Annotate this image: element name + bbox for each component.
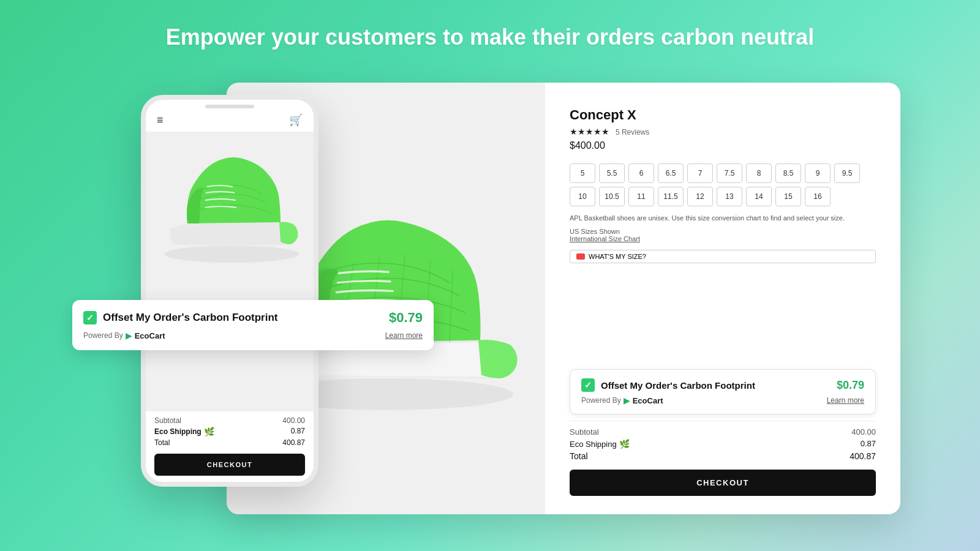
shoe-svg-mobile: [146, 132, 314, 266]
size-7[interactable]: 7: [687, 163, 713, 183]
product-name: Concept X: [570, 107, 876, 123]
subtotal-label-desktop: Subtotal: [570, 427, 599, 437]
checkout-button-desktop[interactable]: CHECKOUT: [570, 470, 876, 496]
ruler-icon: [576, 253, 585, 260]
whats-my-size-label: WHAT'S MY SIZE?: [589, 253, 646, 260]
ecocart-price-desktop: $0.79: [837, 379, 864, 392]
phone-eco-label: Eco Shipping 🌿: [154, 427, 214, 437]
size-14[interactable]: 14: [746, 187, 772, 206]
mobile-phone: ≡ 🛒 Subtotal 400.: [141, 95, 318, 487]
size-10[interactable]: 10: [570, 187, 595, 206]
size-16[interactable]: 16: [805, 187, 831, 206]
hamburger-icon[interactable]: ≡: [157, 114, 164, 127]
size-13[interactable]: 13: [717, 187, 742, 206]
ecocart-arrow-icon-desktop: ▶: [624, 395, 630, 405]
phone-total-row: Total 400.87: [154, 438, 305, 447]
page-wrapper: Empower your customers to make their ord…: [0, 0, 980, 551]
total-row-desktop: Total 400.87: [570, 451, 876, 461]
phone-subtotal-label: Subtotal: [154, 416, 181, 425]
desktop-product-area: Concept X ★★★★★ 5 Reviews $400.00 5 5.5 …: [545, 83, 900, 514]
size-9.5[interactable]: 9.5: [834, 163, 860, 183]
size-6[interactable]: 6: [628, 163, 654, 183]
review-count: 5 Reviews: [616, 128, 649, 137]
checkout-button-mobile[interactable]: CHECKOUT: [154, 454, 305, 476]
size-8[interactable]: 8: [746, 163, 772, 183]
ecocart-title-mobile: Offset My Order's Carbon Footprint: [103, 312, 278, 324]
ecocart-widget-desktop: Offset My Order's Carbon Footprint $0.79…: [570, 369, 876, 414]
phone-subtotal-value: 400.00: [282, 416, 305, 425]
us-sizes-shown: US Sizes Shown: [570, 228, 876, 235]
whats-my-size-btn[interactable]: WHAT'S MY SIZE?: [570, 250, 876, 263]
leaf-icon-desktop: 🌿: [619, 439, 630, 449]
total-label-desktop: Total: [570, 451, 588, 461]
phone-eco-row: Eco Shipping 🌿 0.87: [154, 427, 305, 437]
cart-icon[interactable]: 🛒: [289, 113, 303, 127]
size-7.5[interactable]: 7.5: [717, 163, 742, 183]
ecocart-arrow-icon-mobile: ▶: [126, 331, 132, 340]
ecocart-price-mobile: $0.79: [389, 310, 423, 326]
total-value-desktop: 400.87: [850, 451, 876, 461]
size-5[interactable]: 5: [570, 163, 595, 183]
powered-by-label-desktop: Powered By: [581, 396, 621, 405]
size-note: APL Basketball shoes are unisex. Use thi…: [570, 214, 876, 223]
phone-total-value: 400.87: [282, 438, 305, 447]
intl-size-chart[interactable]: International Size Chart: [570, 235, 876, 242]
size-grid: 5 5.5 6 6.5 7 7.5 8 8.5 9 9.5 10 10.5 11…: [570, 163, 876, 206]
phone-header: ≡ 🛒: [146, 108, 314, 132]
phone-leaf-icon: 🌿: [204, 427, 214, 437]
size-6.5[interactable]: 6.5: [658, 163, 684, 183]
learn-more-desktop[interactable]: Learn more: [827, 396, 864, 405]
size-10.5[interactable]: 10.5: [599, 187, 625, 206]
phone-total-label: Total: [154, 438, 170, 447]
subtotal-value-desktop: 400.00: [851, 427, 876, 437]
ecocart-widget-mobile: Offset My Order's Carbon Footprint $0.79…: [72, 300, 434, 350]
size-15[interactable]: 15: [775, 187, 801, 206]
size-11.5[interactable]: 11.5: [658, 187, 684, 206]
phone-eco-value: 0.87: [291, 427, 305, 437]
ecocart-checkbox-desktop[interactable]: [581, 378, 595, 392]
ecocart-brand-mobile: EcoCart: [135, 331, 165, 340]
phone-order-area: Subtotal 400.00 Eco Shipping 🌿 0.87 Tota…: [146, 411, 314, 482]
size-8.5[interactable]: 8.5: [775, 163, 801, 183]
eco-value-desktop: 0.87: [861, 439, 876, 449]
svg-point-7: [164, 246, 299, 263]
size-11[interactable]: 11: [628, 187, 654, 206]
product-price: $400.00: [570, 140, 876, 151]
learn-more-mobile[interactable]: Learn more: [385, 331, 423, 340]
size-5.5[interactable]: 5.5: [599, 163, 625, 183]
size-12[interactable]: 12: [687, 187, 713, 206]
desktop-card: Concept X ★★★★★ 5 Reviews $400.00 5 5.5 …: [227, 83, 900, 514]
subtotal-row-desktop: Subtotal 400.00: [570, 427, 876, 437]
powered-by-label-mobile: Powered By: [83, 331, 123, 340]
headline: Empower your customers to make their ord…: [166, 24, 814, 50]
order-summary-desktop: Subtotal 400.00 Eco Shipping 🌿 0.87 Tota…: [570, 421, 876, 496]
size-9[interactable]: 9: [805, 163, 831, 183]
phone-shoe-area: [146, 132, 314, 411]
eco-label-desktop: Eco Shipping 🌿: [570, 439, 630, 449]
size-links: US Sizes Shown International Size Chart: [570, 228, 876, 242]
ecocart-brand-desktop: EcoCart: [633, 396, 663, 405]
powered-by-mobile: Powered By ▶ EcoCart: [83, 331, 165, 340]
powered-by-desktop: Powered By ▶ EcoCart: [581, 395, 663, 405]
ecocart-checkbox-mobile[interactable]: [83, 311, 97, 324]
ecocart-title-desktop: Offset My Order's Carbon Footprint: [601, 380, 755, 391]
eco-row-desktop: Eco Shipping 🌿 0.87: [570, 439, 876, 449]
product-rating: ★★★★★ 5 Reviews: [570, 127, 876, 137]
stars: ★★★★★: [570, 127, 609, 137]
phone-subtotal-row: Subtotal 400.00: [154, 416, 305, 425]
